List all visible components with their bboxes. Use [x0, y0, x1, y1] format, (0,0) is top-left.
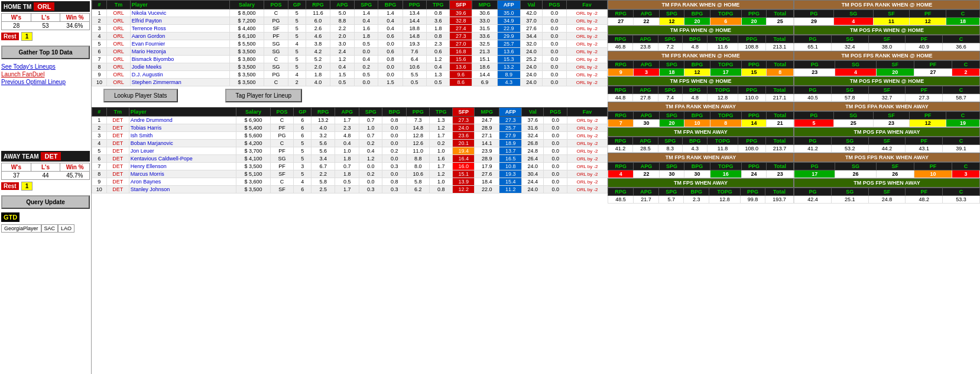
col-spg: SPG — [355, 1, 378, 9]
away-team-badge: DET — [41, 152, 61, 160]
home-fps-vals-row: 44.827.87.44.812.8110.0217.1 — [608, 94, 794, 102]
table-row: 2 DET Tobias Harris $ 5,400 PF 6 4.0 2.3… — [92, 124, 608, 132]
home-pos-fpa-rank-header-row: PG SG SF PF C — [794, 10, 980, 18]
away-fpa-rank-header: TM FPA RANK WHEN AWAY — [608, 102, 794, 111]
away-pos-fpa-when-header: TM POS FPA WHEN AWAY — [794, 127, 980, 137]
buttons-row: Lookup Player Stats Tag Player for Lineu… — [92, 86, 608, 105]
away-team-header: AWAY TEAM DET — [1, 151, 90, 162]
away-pos-fps-rank-row: 172626103 — [794, 170, 980, 178]
tag-player-button[interactable]: Tag Player for Lineup — [225, 89, 303, 102]
col-pos: POS — [264, 1, 288, 9]
home-record-headers: W's L's Win % — [1, 13, 90, 22]
away-col-val: Val — [522, 108, 544, 117]
away-col-fav: Fav — [567, 108, 607, 117]
home-tm-label: HOME TM — [4, 4, 31, 10]
home-ws-value: 28 — [2, 22, 31, 30]
home-pos-fpa-rank-table: PG SG SF PF C 294111218 — [794, 9, 980, 25]
table-row: 4 DET Boban Marjanovic $ 4,200 C 5 5.6 0… — [92, 140, 608, 147]
home-fpa-rank-header: TM FPA RANK WHEN @ HOME — [608, 0, 794, 9]
away-ls-value: 44 — [31, 172, 60, 179]
home-players-table: # Tm Player Salary POS GP RPG APG SPG BP… — [92, 0, 608, 86]
table-row: 6 DET Kentavious Caldwell-Pope $ 4,100 S… — [92, 155, 608, 163]
away-col-pgs: PGS — [544, 108, 567, 117]
home-pos-fpa-rank-values: 294111218 — [794, 18, 980, 25]
col-tpg: TPG — [426, 1, 449, 9]
launch-fanduel-link[interactable]: Launch FanDuel — [1, 70, 90, 78]
col-apg: APG — [330, 1, 355, 9]
tab-sac[interactable]: SAC — [41, 224, 59, 233]
away-ws-value: 37 — [2, 172, 31, 179]
away-pos-fps-rank-panel: TM POS FPS RANK WHEN AWAY PG SG SF PF C … — [794, 153, 980, 178]
col-pgs: PGS — [543, 1, 566, 9]
away-col-gp: GP — [294, 108, 311, 117]
away-fps-vals-row: 48.521.75.72.312.899.8193.7 — [608, 196, 794, 204]
home-pos-fps-rank-header: TM POS FPS RANK WHEN @ HOME — [794, 51, 980, 60]
previous-lineup-link[interactable]: Previous Optimal Lineup — [1, 78, 90, 86]
home-pos-fps-when-panel: TM POS FPS WHEN @ HOME PG SG SF PF C 40.… — [794, 76, 980, 102]
col-sfp: SFP — [450, 1, 472, 9]
away-pos-fps-vals-row: 42.425.124.848.253.3 — [794, 196, 980, 204]
away-pos-fps-when-panel: TM POS FPS WHEN AWAY PG SG SF PF C 42.42… — [794, 178, 980, 204]
away-ls-header: L's — [31, 163, 61, 171]
home-winpct-value: 34.6% — [60, 22, 89, 30]
away-col-tpg: TPG — [430, 108, 453, 117]
away-col-afp: AFP — [499, 108, 522, 117]
home-rest-label: Rest — [1, 33, 19, 40]
away-fpa-rank-panels: TM FPA RANK WHEN AWAY RPG APG SPG BPG TO… — [608, 102, 980, 127]
table-row: 9 ORL D.J. Augustin $ 3,500 PG 4 1.8 1.5… — [92, 71, 608, 79]
home-rest-value: 1 — [21, 32, 33, 41]
away-col-rpg: RPG — [311, 108, 335, 117]
bottom-tabs: GeorgiaPlayer SAC LAO — [1, 224, 90, 233]
col-ppg: PPG — [403, 1, 426, 9]
see-lineups-link[interactable]: See Today's Lineups — [1, 63, 90, 70]
home-fpa-rank-header-row: RPG APG SPG BPG TOPG PPG Total — [608, 10, 794, 18]
col-gp: GP — [288, 1, 306, 9]
gather-top10-button[interactable]: Gather Top 10 Data — [1, 46, 90, 59]
table-row: 5 DET Jon Leuer $ 3,700 PF 5 5.6 1.0 0.4… — [92, 147, 608, 155]
away-col-spg: SPG — [359, 108, 382, 117]
away-pos-fpa-rank-row: 525231219 — [794, 120, 980, 127]
links-section: See Today's Lineups Launch FanDuel Previ… — [1, 63, 90, 86]
col-num: # — [92, 1, 107, 9]
tab-georgia[interactable]: GeorgiaPlayer — [1, 224, 41, 233]
home-fps-when-panels: TM FPS WHEN @ HOME RPG APG SPG BPG TOPG … — [608, 76, 980, 102]
table-row: 8 DET Marcus Morris $ 5,100 SF 5 2.2 1.8… — [92, 170, 608, 178]
away-fpa-when-panels: TM FPA WHEN AWAY RPG APG SPG BPG TOPG PP… — [608, 127, 980, 153]
tab-lao[interactable]: LAO — [58, 224, 74, 233]
away-rest-label: Rest — [1, 182, 19, 190]
away-fpa-vals-row: 41.228.58.34.311.8108.0213.7 — [608, 145, 794, 153]
players-area: # Tm Player Salary POS GP RPG APG SPG BP… — [92, 0, 608, 374]
away-pos-fps-when-header: TM POS FPS WHEN AWAY — [794, 178, 980, 188]
home-fps-when-panel: TM FPS WHEN @ HOME RPG APG SPG BPG TOPG … — [608, 76, 794, 102]
home-pos-fpa-rank-header: TM POS FPA RANK WHEN @ HOME — [794, 0, 980, 9]
col-val: Val — [520, 1, 543, 9]
left-sidebar: HOME TM ORL W's L's Win % 28 53 34.6% Re… — [0, 0, 92, 374]
table-row: 9 DET Aron Baynes $ 3,600 C 4 5.8 0.5 0.… — [92, 178, 608, 186]
home-ls-value: 53 — [31, 22, 60, 30]
home-fps-rank-header: TM FPS RANK WHEN @ HOME — [608, 51, 794, 60]
away-fps-rank-panels: TM FPS RANK WHEN AWAY RPG APG SPG BPG TO… — [608, 153, 980, 178]
top-panels-row: TM FPA RANK WHEN @ HOME RPG APG SPG BPG … — [608, 0, 980, 25]
table-row: 6 ORL Mario Hezonja $ 3,500 SG 5 4.2 2.4… — [92, 48, 608, 56]
table-row: 10 DET Stanley Johnson $ 3,500 SF 6 2.5 … — [92, 186, 608, 194]
away-col-sfp: SFP — [453, 108, 475, 117]
away-col-salary: Salary — [236, 108, 271, 117]
table-row: 7 ORL Bismack Biyombo $ 3,800 C 5 5.2 1.… — [92, 56, 608, 63]
away-rest-row: Rest 1 — [1, 182, 90, 191]
home-fpa-rank-values: 2722122062025 — [608, 18, 794, 25]
query-update-button[interactable]: Query Update — [1, 195, 90, 209]
away-col-apg: APG — [335, 108, 359, 117]
away-fps-rank-panel: TM FPS RANK WHEN AWAY RPG APG SPG BPG TO… — [608, 153, 794, 178]
away-col-player: Player — [129, 108, 236, 117]
table-row: 4 ORL Aaron Gordon $ 6,100 PF 5 4.6 2.0 … — [92, 33, 608, 40]
away-fpa-when-header: TM FPA WHEN AWAY — [608, 127, 794, 137]
lookup-stats-button[interactable]: Lookup Player Stats — [103, 89, 178, 102]
away-fps-rank-row: 4223030162423 — [608, 170, 794, 178]
home-pos-fpa-when-header: TM POS FPA WHEN @ HOME — [794, 25, 980, 35]
home-fpa-when-panels: TM FPA WHEN @ HOME RPG APG SPG BPG TOPG … — [608, 25, 980, 51]
away-col-tm: Tm — [106, 108, 129, 117]
away-rest-value: 1 — [21, 182, 33, 191]
home-fps-rank-row: 93181217158 — [608, 69, 794, 76]
table-row: 2 ORL Elfrid Payton $ 7,200 PG 5 6.0 8.8… — [92, 17, 608, 25]
away-record-headers: W's L's Win % — [1, 163, 90, 172]
